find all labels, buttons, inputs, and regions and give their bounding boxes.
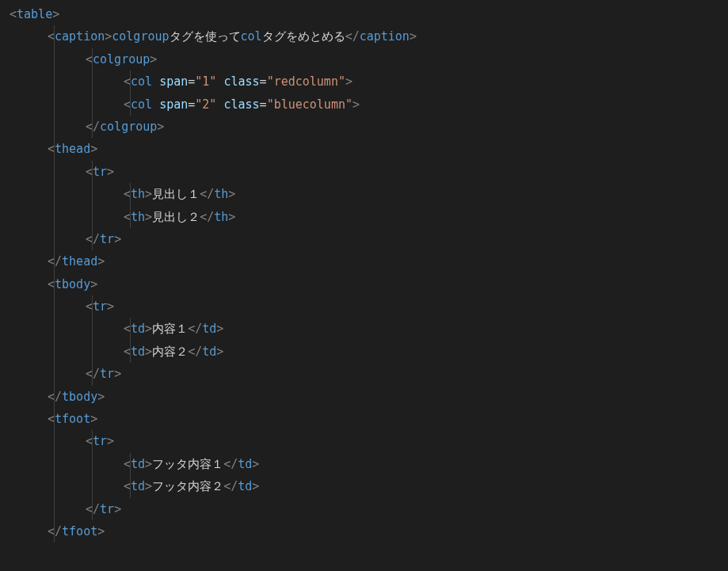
indent-guide [92, 318, 93, 340]
indent-guide [92, 161, 93, 183]
indent-guide [130, 93, 131, 116]
token-attr-name: class [223, 74, 259, 89]
token-bracket: > [345, 74, 353, 89]
indent-guide [130, 318, 131, 340]
code-line[interactable]: <tr> [10, 295, 722, 318]
token-bracket: > [216, 322, 223, 336]
indent-guide [130, 475, 131, 497]
code-line[interactable]: <th>見出し１</th> [10, 183, 722, 205]
code-line[interactable]: </tfoot> [10, 520, 722, 542]
code-line-content: </tr> [10, 363, 121, 385]
indent-guide [54, 25, 55, 48]
token-bracket: > [157, 120, 164, 134]
token-bracket: > [107, 165, 114, 179]
code-line[interactable]: <thead> [10, 138, 722, 160]
code-line[interactable]: <td>内容２</td> [10, 341, 722, 363]
code-line-content: <col span="2" class="bluecolumn"> [10, 93, 360, 116]
token-tag: thead [55, 142, 90, 156]
indent-guide [54, 116, 55, 138]
code-line-content: </tbody> [10, 386, 105, 408]
code-line-content: <table> [10, 3, 59, 25]
indent-guide [130, 206, 131, 228]
code-line-content: <caption>colgroupタグを使ってcolタグをめとめる</capti… [10, 25, 417, 48]
code-line[interactable]: <tbody> [10, 273, 722, 295]
code-line-content: <td>内容１</td> [10, 318, 223, 340]
indent-guide [130, 70, 131, 93]
code-line[interactable]: <col span="1" class="redcolumn"> [10, 70, 722, 93]
token-bracket: > [107, 299, 114, 314]
code-line[interactable]: <table> [10, 3, 722, 25]
token-bracket: </ [200, 210, 214, 224]
code-line[interactable]: <caption>colgroupタグを使ってcolタグをめとめる</capti… [10, 25, 722, 48]
token-tag: caption [360, 29, 410, 44]
code-line[interactable]: </thead> [10, 250, 722, 272]
code-line-content: </thead> [10, 250, 105, 272]
code-line[interactable]: <td>内容１</td> [10, 318, 722, 340]
token-attr-name: span [159, 74, 188, 89]
token-text: タグをめとめる [262, 29, 345, 44]
code-line[interactable]: <tfoot> [10, 408, 722, 430]
code-line[interactable]: <tr> [10, 161, 722, 183]
token-bracket: > [90, 142, 97, 156]
token-tag: table [17, 7, 52, 21]
token-bracket: > [145, 457, 152, 471]
code-line-content: <colgroup> [10, 48, 157, 70]
code-line[interactable]: </tbody> [10, 386, 722, 408]
token-bracket: > [228, 187, 235, 201]
code-line-content: <td>内容２</td> [10, 341, 223, 363]
indent-guide [54, 520, 55, 542]
token-bracket: </ [86, 232, 100, 246]
indent-guide [54, 228, 55, 250]
token-text: 見出し１ [152, 187, 200, 201]
indent-guide [54, 430, 55, 452]
code-line[interactable]: <td>フッタ内容１</td> [10, 453, 722, 475]
code-line[interactable]: <th>見出し２</th> [10, 206, 722, 228]
token-bracket: > [228, 210, 235, 224]
token-text: タグを使って [170, 29, 241, 44]
code-line[interactable]: <col span="2" class="bluecolumn"> [10, 93, 722, 116]
code-line-content: </colgroup> [10, 116, 164, 138]
token-bracket: </ [48, 390, 62, 404]
token-text: = [260, 97, 267, 112]
token-bracket: > [410, 29, 417, 44]
code-line[interactable]: </colgroup> [10, 116, 722, 138]
code-line-content: <td>フッタ内容１</td> [10, 453, 259, 475]
indent-guide [54, 70, 55, 93]
indent-guide [92, 228, 93, 250]
token-text: フッタ内容１ [152, 457, 223, 471]
code-line[interactable]: </tr> [10, 228, 722, 250]
indent-guide [92, 430, 93, 452]
token-bracket: > [252, 479, 259, 493]
token-bracket: > [90, 412, 97, 426]
token-attr-value: "redcolumn" [267, 74, 345, 89]
token-bracket: > [145, 345, 152, 359]
token-tag: td [131, 479, 145, 493]
code-line[interactable]: </tr> [10, 363, 722, 385]
token-tag: tr [100, 367, 114, 381]
token-tag: colgroup [93, 52, 150, 67]
token-tag: caption [55, 29, 105, 44]
indent-guide [54, 161, 55, 183]
indent-guide [92, 475, 93, 497]
indent-guide [92, 206, 93, 228]
token-tag: tr [93, 434, 107, 448]
token-tag: th [214, 210, 228, 224]
code-line[interactable]: <td>フッタ内容２</td> [10, 475, 722, 497]
token-bracket: </ [48, 524, 62, 539]
token-bracket: > [105, 29, 112, 44]
token-text: フッタ内容２ [152, 479, 223, 493]
token-tag: td [238, 457, 252, 471]
code-line[interactable]: <tr> [10, 430, 722, 452]
token-attr-value: "bluecolumn" [267, 97, 353, 112]
code-line[interactable]: <colgroup> [10, 48, 722, 70]
code-line-content: <tr> [10, 161, 114, 183]
token-bracket: </ [223, 457, 238, 471]
token-tag: tfoot [55, 412, 90, 426]
code-line-content: <col span="1" class="redcolumn"> [10, 70, 353, 93]
indent-guide [54, 183, 55, 205]
token-bracket: > [114, 502, 121, 516]
code-editor[interactable]: <table><caption>colgroupタグを使ってcolタグをめとめる… [0, 0, 728, 546]
token-tag: td [202, 345, 216, 359]
token-text [152, 97, 159, 112]
code-line[interactable]: </tr> [10, 498, 722, 520]
